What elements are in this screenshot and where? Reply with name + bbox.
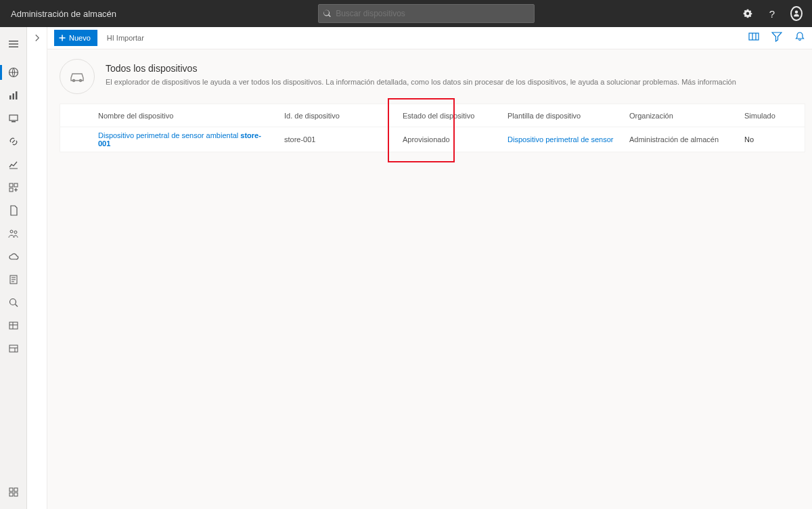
col-name[interactable]: Nombre del dispositivo xyxy=(93,112,279,120)
nav-analytics[interactable] xyxy=(0,153,27,176)
people-icon xyxy=(8,228,19,239)
left-nav xyxy=(0,27,27,509)
col-id[interactable]: Id. de dispositivo xyxy=(279,112,397,120)
page-header: Todos los dispositivos El explorador de … xyxy=(60,59,805,94)
magnifier-icon xyxy=(8,297,19,308)
svg-point-12 xyxy=(9,299,16,305)
filter-button[interactable] xyxy=(771,31,782,45)
svg-rect-5 xyxy=(12,121,16,123)
gear-icon xyxy=(742,8,753,19)
col-simulated[interactable]: Simulado xyxy=(739,112,793,120)
globe-icon xyxy=(8,67,19,78)
svg-rect-14 xyxy=(9,345,18,352)
device-name-prefix: Dispositivo perimetral de sensor ambient… xyxy=(98,131,238,139)
col-template[interactable]: Plantilla de dispositivo xyxy=(502,112,624,120)
header-texts: Todos los dispositivos El explorador de … xyxy=(106,59,736,86)
hamburger-icon xyxy=(8,39,19,49)
topbar: Administración de almacén ? xyxy=(0,0,812,27)
nav-item-11[interactable] xyxy=(0,291,27,314)
file-icon xyxy=(8,205,19,216)
svg-rect-3 xyxy=(16,91,18,99)
cell-name[interactable]: Dispositivo perimetral de sensor ambient… xyxy=(93,131,279,148)
nav-item-7[interactable] xyxy=(0,199,27,222)
table-header: Nombre del dispositivo Id. de dispositiv… xyxy=(60,104,805,127)
col-status[interactable]: Estado del dispositivo xyxy=(397,112,502,120)
search-input[interactable] xyxy=(336,9,530,18)
more-info-link[interactable]: Más información xyxy=(681,78,736,86)
bell-icon xyxy=(794,31,805,42)
command-bar: Nuevo HI Importar xyxy=(47,27,812,49)
svg-rect-19 xyxy=(749,33,759,40)
cell-template[interactable]: Dispositivo perimetral de sensor xyxy=(502,135,624,143)
layout-icon xyxy=(8,343,19,354)
bell-button[interactable] xyxy=(794,31,805,45)
device-avatar xyxy=(60,59,95,94)
nav-item-9[interactable] xyxy=(0,245,27,268)
search-box[interactable] xyxy=(318,4,535,23)
search-container xyxy=(318,4,535,23)
apps-icon xyxy=(8,487,19,497)
svg-rect-4 xyxy=(9,115,18,120)
main-content: Todos los dispositivos El explorador de … xyxy=(47,49,812,509)
table-icon xyxy=(8,320,19,331)
account-button[interactable] xyxy=(790,7,803,20)
devices-table: Nombre del dispositivo Id. de dispositiv… xyxy=(60,104,805,152)
cloud-icon xyxy=(8,251,19,262)
collapse-pane[interactable] xyxy=(27,27,47,509)
car-icon xyxy=(69,70,85,83)
hamburger-button[interactable] xyxy=(0,32,27,56)
cell-simulated: No xyxy=(739,135,793,143)
import-button[interactable]: HI Importar xyxy=(107,34,144,42)
nav-item-3[interactable] xyxy=(0,107,27,130)
page-subtitle-text: El explorador de dispositivos le ayuda a… xyxy=(106,78,679,86)
link-icon xyxy=(8,136,19,147)
chevron-right-icon xyxy=(33,34,41,42)
cell-org: Administración de almacén xyxy=(624,135,739,143)
grid-plus-icon xyxy=(8,182,19,193)
nav-item-4[interactable] xyxy=(0,130,27,153)
search-icon xyxy=(323,9,332,18)
cell-status: Aprovisionado xyxy=(397,135,502,143)
cell-id: store-001 xyxy=(279,135,397,143)
columns-button[interactable] xyxy=(748,31,759,45)
new-button[interactable]: Nuevo xyxy=(54,30,97,46)
device-icon xyxy=(8,113,19,124)
page-title: Todos los dispositivos xyxy=(106,63,736,74)
nav-item-13[interactable] xyxy=(0,337,27,360)
svg-rect-7 xyxy=(14,183,18,187)
columns-icon xyxy=(748,31,759,42)
help-icon: ? xyxy=(769,8,775,20)
app-title: Administración de almacén xyxy=(0,9,116,19)
col-org[interactable]: Organización xyxy=(624,112,739,120)
settings-button[interactable] xyxy=(742,7,754,20)
svg-point-10 xyxy=(14,231,17,234)
plus-icon xyxy=(58,34,66,42)
nav-item-8[interactable] xyxy=(0,222,27,245)
page-subtitle: El explorador de dispositivos le ayuda a… xyxy=(106,78,736,86)
help-button[interactable]: ? xyxy=(766,7,778,20)
line-chart-icon xyxy=(8,159,19,170)
filter-icon xyxy=(771,31,782,42)
nav-devices[interactable] xyxy=(0,61,27,84)
command-bar-right xyxy=(748,31,805,45)
svg-point-9 xyxy=(10,230,13,233)
svg-rect-13 xyxy=(9,322,18,329)
svg-rect-17 xyxy=(9,493,13,496)
svg-rect-16 xyxy=(14,488,18,491)
document-icon xyxy=(8,274,19,285)
table-row[interactable]: Dispositivo perimetral de sensor ambient… xyxy=(60,127,805,152)
nav-dashboards[interactable] xyxy=(0,84,27,107)
nav-bottom[interactable] xyxy=(0,481,27,504)
svg-rect-6 xyxy=(9,183,13,187)
avatar-icon xyxy=(790,6,803,21)
nav-item-12[interactable] xyxy=(0,314,27,337)
chart-icon xyxy=(8,90,19,101)
topbar-right: ? xyxy=(742,7,812,20)
new-button-label: Nuevo xyxy=(69,34,91,42)
nav-item-10[interactable] xyxy=(0,268,27,291)
nav-item-6[interactable] xyxy=(0,176,27,199)
svg-rect-1 xyxy=(9,95,12,99)
svg-rect-2 xyxy=(12,93,14,99)
import-button-label: HI Importar xyxy=(107,34,144,42)
svg-rect-15 xyxy=(9,488,13,491)
